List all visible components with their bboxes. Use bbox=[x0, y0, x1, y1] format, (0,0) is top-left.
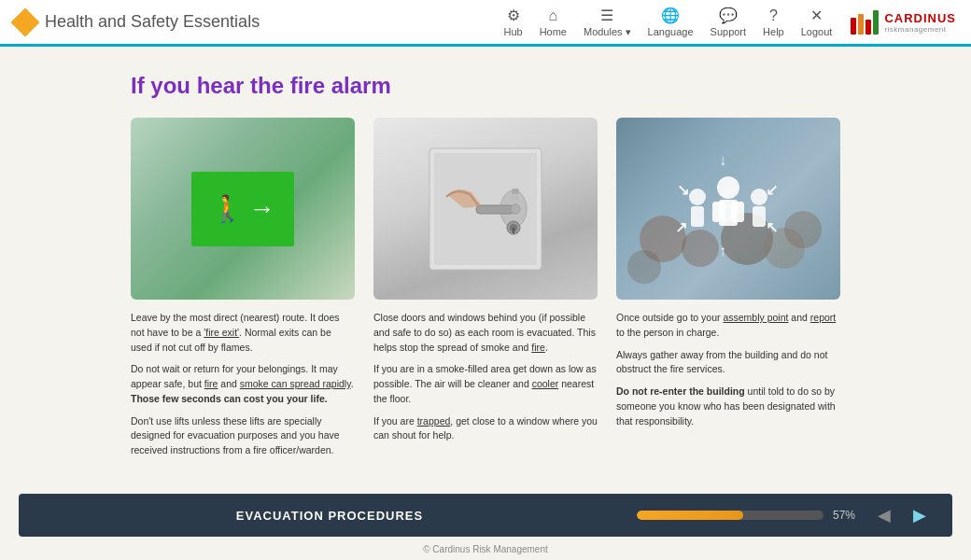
nav-support-label: Support bbox=[711, 26, 747, 37]
svg-text:↘: ↘ bbox=[677, 182, 689, 198]
assembly-image: ↘ ↙ ↗ ↖ ↓ ↑ bbox=[616, 118, 840, 300]
svg-text:↑: ↑ bbox=[719, 243, 726, 259]
exit-bold-1: Those few seconds can cost you your life… bbox=[131, 393, 328, 404]
logo-bar-1 bbox=[851, 18, 856, 35]
logout-icon: ✕ bbox=[810, 7, 823, 24]
exit-sign-inner: 🚶 → bbox=[211, 194, 275, 224]
svg-rect-21 bbox=[691, 206, 704, 227]
svg-rect-4 bbox=[512, 196, 519, 200]
app-title: Health and Safety Essentials bbox=[45, 12, 260, 32]
page-title: If you hear the fire alarm bbox=[131, 73, 840, 99]
trapped-word: trapped bbox=[417, 415, 451, 427]
exit-arrow-icon: → bbox=[249, 194, 275, 224]
column-door: Close doors and windows behind you (if p… bbox=[373, 118, 598, 466]
report-link: report bbox=[810, 312, 836, 323]
home-icon: ⌂ bbox=[548, 7, 557, 24]
svg-point-16 bbox=[717, 176, 739, 199]
prev-button[interactable]: ◀ bbox=[870, 501, 898, 529]
exit-image: 🚶 → bbox=[131, 118, 355, 300]
modules-icon: ☰ bbox=[600, 7, 613, 24]
nav-help[interactable]: ? Help bbox=[763, 7, 784, 37]
next-button[interactable]: ▶ bbox=[906, 501, 934, 529]
svg-point-6 bbox=[511, 204, 520, 214]
nav-language-label: Language bbox=[648, 26, 694, 37]
footer-copyright: © Cardinus Risk Management bbox=[0, 544, 971, 554]
progress-bar-fill bbox=[637, 511, 743, 520]
exit-para-2: Do not wait or return for your belonging… bbox=[131, 362, 355, 406]
door-para-2: If you are in a smoke-filled area get do… bbox=[373, 362, 598, 406]
main-content: If you hear the fire alarm 🚶 → Leave by … bbox=[0, 47, 971, 501]
support-icon: 💬 bbox=[719, 7, 738, 24]
assembly-text: Once outside go to your assembly point a… bbox=[616, 311, 840, 428]
svg-rect-9 bbox=[513, 228, 514, 233]
columns-container: 🚶 → Leave by the most direct (nearest) r… bbox=[131, 118, 840, 466]
nav-modules-label: Modules ▾ bbox=[584, 26, 631, 38]
logo-bar-3 bbox=[865, 20, 871, 35]
column-assembly: ↘ ↙ ↗ ↖ ↓ ↑ Once outside go to your asse… bbox=[616, 118, 840, 466]
svg-text:↓: ↓ bbox=[719, 152, 726, 168]
language-icon: 🌐 bbox=[661, 7, 680, 24]
logo-bars bbox=[851, 10, 879, 35]
hub-icon: ⚙ bbox=[507, 7, 520, 24]
svg-rect-3 bbox=[512, 189, 519, 194]
svg-point-20 bbox=[689, 189, 706, 205]
logo-name: CARDINUS bbox=[884, 11, 956, 25]
header-nav: ⚙ Hub ⌂ Home ☰ Modules ▾ 🌐 Language 💬 Su… bbox=[503, 7, 832, 38]
fire-word-2: fire bbox=[531, 342, 545, 353]
nav-logout-label: Logout bbox=[801, 26, 833, 37]
exit-para-3: Don't use lifts unless these lifts are s… bbox=[131, 414, 355, 458]
door-handle-svg bbox=[411, 144, 560, 274]
nav-help-label: Help bbox=[763, 26, 784, 37]
assembly-para-2: Always gather away from the building and… bbox=[616, 348, 840, 378]
column-exit: 🚶 → Leave by the most direct (nearest) r… bbox=[131, 118, 355, 466]
logo-bar-2 bbox=[858, 14, 864, 35]
exit-para-1: Leave by the most direct (nearest) route… bbox=[131, 311, 355, 355]
assembly-para-3: Do not re-enter the building until told … bbox=[616, 385, 840, 428]
door-image bbox=[373, 118, 598, 300]
diamond-icon bbox=[10, 7, 39, 36]
bottom-bar: EVACUATION PROCEDURES 57% ◀ ▶ bbox=[19, 494, 952, 537]
door-para-1: Close doors and windows behind you (if p… bbox=[373, 311, 598, 355]
help-icon: ? bbox=[769, 7, 778, 24]
nav-home-label: Home bbox=[540, 26, 567, 37]
fire-word-1: fire bbox=[204, 378, 218, 389]
exit-text: Leave by the most direct (nearest) route… bbox=[131, 311, 355, 458]
running-person-icon: 🚶 bbox=[211, 196, 244, 222]
svg-text:↖: ↖ bbox=[766, 219, 778, 235]
svg-rect-5 bbox=[476, 205, 514, 214]
nav-arrows: ◀ ▶ bbox=[870, 501, 934, 529]
assembly-icon-svg: ↘ ↙ ↗ ↖ ↓ ↑ bbox=[668, 148, 789, 270]
svg-point-14 bbox=[627, 250, 661, 284]
nav-logout[interactable]: ✕ Logout bbox=[801, 7, 833, 37]
nav-hub-label: Hub bbox=[503, 26, 522, 37]
smoke-word: smoke can spread rapidly bbox=[240, 378, 351, 389]
exit-sign: 🚶 → bbox=[191, 172, 294, 246]
fire-exit-link: 'fire exit' bbox=[204, 327, 239, 338]
door-text: Close doors and windows behind you (if p… bbox=[373, 311, 598, 443]
cooler-word: cooler bbox=[532, 378, 559, 389]
svg-text:↗: ↗ bbox=[675, 219, 687, 235]
header-left: Health and Safety Essentials bbox=[15, 12, 503, 33]
logo-text-block: CARDINUS riskmanagement bbox=[884, 11, 956, 34]
assembly-point-link: assembly point bbox=[723, 312, 788, 323]
nav-support[interactable]: 💬 Support bbox=[711, 7, 747, 37]
assembly-bold: Do not re-enter the building bbox=[616, 385, 745, 397]
logo-subname: riskmanagement bbox=[884, 25, 956, 34]
svg-rect-19 bbox=[731, 202, 744, 222]
header: Health and Safety Essentials ⚙ Hub ⌂ Hom… bbox=[0, 0, 971, 47]
progress-bar-container bbox=[637, 511, 823, 520]
door-para-3: If you are trapped, get close to a windo… bbox=[373, 414, 598, 444]
nav-hub[interactable]: ⚙ Hub bbox=[503, 7, 522, 37]
company-logo: CARDINUS riskmanagement bbox=[851, 10, 956, 35]
nav-language[interactable]: 🌐 Language bbox=[648, 7, 694, 37]
logo-bar-4 bbox=[873, 10, 879, 35]
nav-modules[interactable]: ☰ Modules ▾ bbox=[584, 7, 631, 38]
svg-text:↙: ↙ bbox=[766, 182, 778, 198]
svg-point-15 bbox=[784, 211, 822, 248]
svg-rect-18 bbox=[712, 202, 725, 222]
progress-text: 57% bbox=[833, 509, 855, 522]
progress-section: 57% bbox=[637, 509, 855, 522]
nav-home[interactable]: ⌂ Home bbox=[540, 7, 567, 37]
bottom-bar-label: EVACUATION PROCEDURES bbox=[37, 509, 622, 523]
svg-rect-23 bbox=[753, 206, 766, 227]
